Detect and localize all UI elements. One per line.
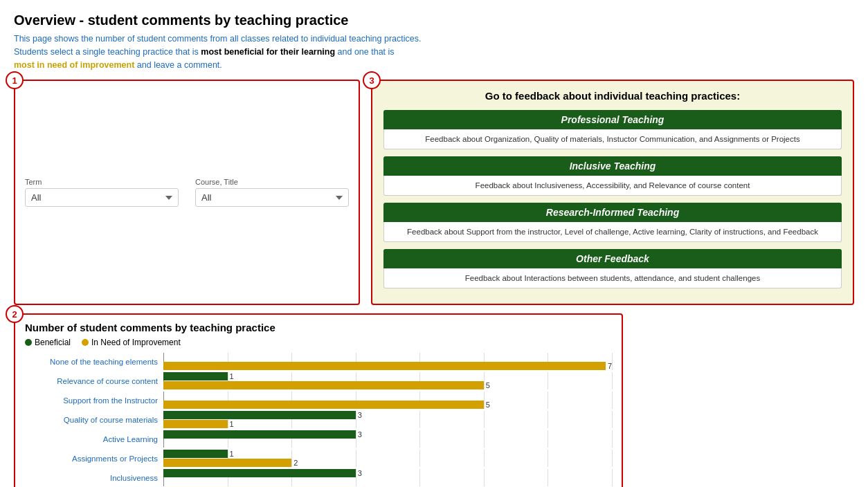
- chart-row: Assignments or Projects12: [25, 450, 612, 467]
- feedback-card-body-0: Feedback about Organization, Quality of …: [383, 129, 842, 149]
- feedback-card-header-0: Professional Teaching: [383, 110, 842, 129]
- bar-beneficial: [163, 430, 356, 439]
- chart-row: Support from the Instructor5: [25, 392, 612, 409]
- bar-val-improvement: 1: [230, 420, 234, 428]
- bar-val-beneficial: 1: [230, 450, 234, 458]
- term-label: Term: [25, 178, 179, 186]
- feedback-card-header-3: Other Feedback: [383, 249, 842, 268]
- chart-row-label: Assignments or Projects: [25, 454, 163, 463]
- chart-row-label: None of the teaching elements: [25, 358, 163, 366]
- bar-val-beneficial: 3: [358, 411, 362, 419]
- page-title: Overview - student comments by teaching …: [14, 12, 854, 28]
- chart-row: Active Learning3: [25, 430, 612, 448]
- chart-legend: Beneficial In Need of Improvement: [25, 338, 612, 347]
- course-select[interactable]: All: [195, 188, 349, 207]
- chart-row-label: Relevance of course content: [25, 377, 163, 385]
- feedback-card-3[interactable]: Other Feedback Feedback about Interactio…: [383, 249, 842, 288]
- bar-beneficial: [163, 469, 356, 477]
- bar-beneficial: [163, 411, 356, 419]
- feedback-cards: Professional Teaching Feedback about Org…: [383, 110, 842, 288]
- bar-improvement: [163, 401, 484, 409]
- feedback-card-0[interactable]: Professional Teaching Feedback about Org…: [383, 110, 842, 149]
- legend-improvement: In Need of Improvement: [82, 338, 181, 347]
- step-badge-2: 2: [6, 305, 24, 323]
- chart-row-label: Inclusiveness: [25, 474, 163, 482]
- course-label: Course, Title: [195, 178, 349, 186]
- bar-beneficial: [163, 372, 228, 380]
- bar-val-improvement: 5: [486, 381, 490, 389]
- chart-section: 2 Number of student comments by teaching…: [14, 313, 623, 487]
- legend-improvement-label: In Need of Improvement: [91, 338, 181, 347]
- chart-title: Number of student comments by teaching p…: [25, 322, 612, 333]
- bar-improvement: [163, 381, 484, 389]
- bar-improvement: [163, 420, 228, 428]
- bar-val-improvement: 5: [486, 401, 490, 409]
- feedback-card-2[interactable]: Research-Informed Teaching Feedback abou…: [383, 203, 842, 242]
- right-panel: 3 Go to feedback about individual teachi…: [371, 80, 854, 305]
- term-filter-group: Term All: [25, 178, 179, 207]
- bar-val-beneficial: 1: [230, 372, 234, 380]
- feedback-card-header-2: Research-Informed Teaching: [383, 203, 842, 222]
- bar-beneficial: [163, 450, 228, 458]
- legend-beneficial: Beneficial: [25, 338, 71, 347]
- chart-row: Inclusiveness3: [25, 469, 612, 486]
- chart-row-label: Active Learning: [25, 435, 163, 443]
- feedback-card-header-1: Inclusive Teaching: [383, 156, 842, 176]
- step-badge-1: 1: [6, 71, 24, 89]
- feedback-card-body-2: Feedback about Support from the instruct…: [383, 222, 842, 242]
- legend-dot-green: [25, 339, 32, 346]
- feedback-card-body-1: Feedback about Inclusiveness, Accessibil…: [383, 176, 842, 196]
- bar-val-beneficial: 3: [358, 469, 362, 477]
- bar-val-improvement: 2: [293, 459, 298, 467]
- legend-beneficial-label: Beneficial: [35, 338, 71, 347]
- filters-section: 1 Term All Course, Title All: [14, 80, 360, 305]
- course-filter-group: Course, Title All: [195, 178, 349, 207]
- right-panel-title: Go to feedback about individual teaching…: [383, 89, 842, 103]
- step-badge-3: 3: [363, 71, 381, 89]
- term-select[interactable]: All: [25, 188, 179, 207]
- bar-improvement: [163, 362, 606, 370]
- chart-row-label: Support from the Instructor: [25, 396, 163, 405]
- chart-row: None of the teaching elements7: [25, 353, 612, 370]
- feedback-card-1[interactable]: Inclusive Teaching Feedback about Inclus…: [383, 156, 842, 196]
- chart-row-label: Quality of course materials: [25, 416, 163, 424]
- bar-val-beneficial: 3: [358, 430, 362, 439]
- bar-improvement: [163, 459, 291, 467]
- legend-dot-yellow: [82, 339, 89, 346]
- feedback-card-body-3: Feedback about Interactions between stud…: [383, 268, 842, 288]
- desc-link: This page shows the number of student co…: [14, 34, 422, 44]
- chart-rows: None of the teaching elements7Relevance …: [25, 353, 612, 487]
- bar-val-improvement: 7: [608, 362, 612, 370]
- page-description: This page shows the number of student co…: [14, 33, 854, 71]
- chart-row: Quality of course materials31: [25, 411, 612, 428]
- chart-row: Relevance of course content15: [25, 372, 612, 389]
